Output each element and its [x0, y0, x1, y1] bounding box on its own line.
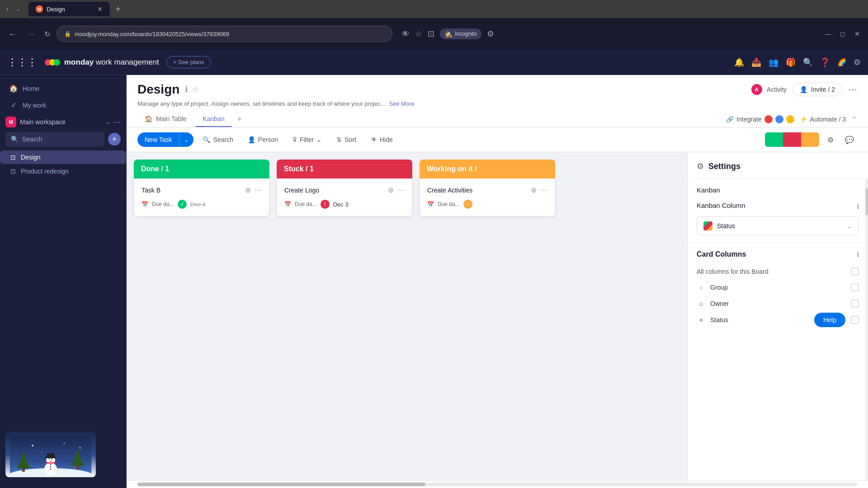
status-checkbox[interactable] [851, 316, 859, 324]
automate-label: Automate / 3 [810, 116, 846, 123]
svg-point-18 [50, 464, 52, 465]
eye-off-icon[interactable]: 👁 [401, 29, 410, 39]
card-add-btn-2[interactable]: ⊕ [388, 186, 394, 194]
owner-checkbox[interactable] [851, 300, 859, 308]
gift-icon[interactable]: 🎁 [786, 57, 796, 67]
status-select[interactable]: Status ⌄ [697, 216, 859, 235]
settings-top-icon[interactable]: ⚙ [854, 57, 861, 67]
lock-icon: 🔒 [64, 31, 71, 37]
scrollbar-track[interactable] [137, 483, 857, 486]
card-add-btn-3[interactable]: ⊕ [531, 186, 537, 194]
nav-back-btn[interactable]: ← [5, 27, 20, 41]
card-add-btn[interactable]: ⊕ [245, 186, 251, 194]
address-bar[interactable]: 🔒 moodjoy.monday.com/boards/1830420525/v… [57, 26, 392, 42]
search-toolbar-btn[interactable]: 🔍 Search [197, 133, 238, 146]
minimize-btn[interactable]: — [822, 28, 834, 39]
card-more-btn[interactable]: ⋯ [255, 186, 262, 194]
kanban-card-task-b[interactable]: Task B ⊕ ⋯ 📅 Due da... ✓ Dec 4 [134, 178, 269, 216]
workspace-header[interactable]: M Main workspace ⌄ ⋯ [0, 114, 126, 130]
sort-btn[interactable]: ⇅ Sort [331, 133, 362, 146]
sidebar-add-btn[interactable]: + [108, 133, 121, 145]
filter-btn[interactable]: ⊽ Filter ⌄ [287, 133, 327, 146]
card-more-btn-3[interactable]: ⋯ [540, 186, 547, 194]
new-tab-btn[interactable]: + [112, 4, 124, 14]
collapse-btn[interactable]: ⌃ [851, 115, 857, 124]
owner-icon: ☺ [697, 299, 706, 308]
see-plans-btn[interactable]: + See plans [166, 56, 211, 68]
star-board-icon[interactable]: ☆ [192, 84, 199, 94]
invite-btn[interactable]: 👤 Invite / 2 [792, 83, 843, 96]
svg-point-22 [64, 443, 65, 444]
more-options-btn[interactable]: ⋯ [848, 84, 857, 95]
sidebar-item-product-redesign[interactable]: ⊡ Product redesign [0, 164, 126, 178]
group-checkbox[interactable] [851, 283, 859, 291]
app-grid-icon[interactable]: ⋮⋮⋮ [7, 56, 37, 68]
snowman-decoration [5, 432, 96, 477]
filter-icon: ⊽ [292, 136, 297, 143]
card-more-btn-2[interactable]: ⋯ [397, 186, 405, 194]
browser-tab-bar: ‹ ⌄ M Design ✕ + [0, 0, 868, 18]
automate-btn[interactable]: ⚡ Automate / 3 [800, 116, 846, 123]
activity-btn[interactable]: A Activity [750, 83, 787, 96]
board-name-product: Product redesign [21, 168, 121, 175]
nav-forward-btn[interactable]: → [24, 27, 38, 41]
nav-refresh-btn[interactable]: ↻ [42, 28, 53, 40]
status-working-icon: ○ [463, 200, 472, 209]
apps-icon[interactable]: 🌈 [837, 58, 846, 66]
avatar-1: A [750, 83, 763, 96]
card-columns-info-icon[interactable]: ℹ [857, 251, 859, 258]
workspace-chevron-icon: ⌄ [105, 119, 110, 125]
browser-back-btn[interactable]: ‹ [4, 3, 11, 15]
kanban-section: Kanban [688, 179, 868, 198]
settings-panel: ⚙ Settings Kanban Kanban Column [687, 152, 868, 480]
active-tab[interactable]: M Design ✕ [28, 2, 110, 16]
split-view-icon[interactable]: ⊡ [428, 29, 434, 39]
card-date-task-b: Dec 4 [190, 201, 206, 208]
kanban-card-create-logo[interactable]: Create Logo ⊕ ⋯ 📅 Due da... ! Dec 3 [277, 178, 412, 216]
top-bar-icons: 🔔 📥 👥 🎁 🔍 ❓ 🌈 ⚙ [734, 57, 861, 67]
notification-bell-icon[interactable]: 🔔 [734, 57, 744, 67]
tab-list-btn[interactable]: ⌄ [13, 4, 23, 14]
sidebar-item-design[interactable]: ⊡ Design [0, 150, 126, 164]
help-btn[interactable]: Help [814, 313, 845, 327]
help-icon[interactable]: ❓ [820, 57, 830, 67]
sidebar-item-my-work[interactable]: ✓ My work [4, 97, 123, 113]
close-window-btn[interactable]: ✕ [852, 28, 863, 39]
person-btn[interactable]: 👤 Person [242, 133, 283, 146]
kanban-card-create-activities[interactable]: Create Activities ⊕ ⋯ 📅 Due da... ○ [420, 178, 555, 216]
settings-scroll[interactable]: Kanban Kanban Column ℹ Status ⌄ [688, 179, 868, 480]
status-done-icon: ✓ [178, 200, 187, 209]
info-icon[interactable]: ℹ [185, 84, 188, 94]
scrollbar-thumb[interactable] [137, 483, 425, 486]
hide-btn[interactable]: 👁 Hide [365, 133, 398, 146]
info-view-btn[interactable]: 💬 [842, 132, 857, 147]
sidebar-search[interactable]: 🔍 Search [5, 132, 104, 146]
all-columns-text: All columns for this Board [697, 268, 846, 275]
board-scrollbar[interactable] [127, 480, 868, 488]
add-tab-btn[interactable]: + [234, 113, 246, 126]
card-columns-header: Card Columns ℹ [688, 243, 868, 264]
see-more-link[interactable]: See More [389, 100, 414, 107]
calendar-due-icon-3: 📅 [427, 201, 434, 207]
tab-kanban[interactable]: Kanban [195, 112, 231, 127]
settings-view-btn[interactable]: ⚙ [823, 132, 838, 147]
tab-main-table[interactable]: 🏠 Main Table [137, 112, 193, 127]
people-icon[interactable]: 👥 [769, 57, 778, 67]
integrate-btn[interactable]: 🔗 Integrate [726, 115, 794, 123]
sidebar-item-home[interactable]: 🏠 Home [4, 80, 123, 96]
kanban-column-stuck: Stuck / 1 Create Logo ⊕ ⋯ � [277, 160, 412, 473]
inbox-icon[interactable]: 📥 [751, 57, 761, 67]
card-footer-create-activities: 📅 Due da... ○ [427, 200, 547, 209]
new-task-dropdown-btn[interactable]: ⌄ [179, 132, 193, 147]
star-icon[interactable]: ☆ [415, 29, 422, 39]
extensions-icon[interactable]: ⚙ [487, 29, 494, 39]
kanban-column-info-icon[interactable]: ℹ [857, 203, 859, 210]
tab-close-btn[interactable]: ✕ [97, 5, 103, 13]
card-due-text: Due da... [152, 201, 174, 207]
new-task-btn[interactable]: New Task [137, 132, 179, 147]
search-top-icon[interactable]: 🔍 [803, 57, 813, 67]
settings-scrollbar-track[interactable] [865, 179, 868, 480]
restore-btn[interactable]: ◻ [837, 28, 848, 39]
workspace-menu-icon[interactable]: ⋯ [113, 118, 121, 127]
all-columns-checkbox[interactable] [851, 267, 859, 276]
